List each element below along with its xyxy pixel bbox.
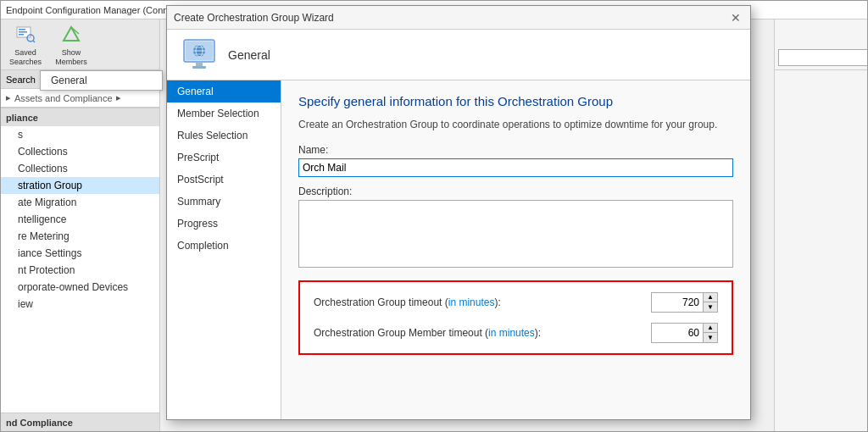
breadcrumb-arrow: ▸	[6, 92, 11, 103]
timeout2-value[interactable]	[652, 324, 703, 342]
wizard-nav: General Member Selection Rules Selection…	[167, 80, 281, 419]
sidebar-item-view[interactable]: iew	[1, 296, 159, 313]
wizard-title-bar: Create Orchestration Group Wizard ✕	[167, 6, 750, 30]
bottom-section-label: nd Compliance	[6, 418, 73, 428]
show-members-icon	[59, 23, 83, 47]
svg-rect-1	[19, 29, 25, 30]
wizard-body: General Member Selection Rules Selection…	[167, 80, 750, 419]
dropdown-item-search[interactable]: General	[41, 71, 162, 90]
timeout-section: Orchestration Group timeout (in minutes)…	[298, 280, 733, 355]
svg-rect-2	[19, 31, 27, 33]
wizard-nav-postscript[interactable]: PostScript	[167, 169, 281, 191]
sidebar-item-settings[interactable]: iance Settings	[1, 245, 159, 262]
sidebar-item-metering[interactable]: re Metering	[1, 228, 159, 245]
saved-searches-label: Saved Searches	[6, 48, 45, 67]
description-label: Description:	[298, 186, 733, 197]
app-title: Endpoint Configuration Manager (Connec..…	[6, 5, 186, 15]
saved-searches-button[interactable]: Saved Searches	[4, 19, 47, 69]
timeout-row-1: Orchestration Group timeout (in minutes)…	[314, 292, 718, 313]
timeout1-value[interactable]	[652, 293, 703, 312]
wizard-nav-prescript[interactable]: PreScript	[167, 147, 281, 169]
timeout1-up-button[interactable]: ▲	[704, 293, 717, 302]
name-input[interactable]	[298, 158, 733, 177]
sidebar-item-collections2[interactable]: Collections	[1, 160, 159, 177]
sidebar-item-protection[interactable]: nt Protection	[1, 262, 159, 279]
wizard-nav-summary[interactable]: Summary	[167, 191, 281, 213]
timeout1-label: Orchestration Group timeout (in minutes)…	[314, 296, 651, 308]
svg-marker-6	[64, 27, 79, 41]
wizard-nav-completion[interactable]: Completion	[167, 235, 281, 257]
wizard-description: Create an Orchestration Group to coordin…	[298, 119, 733, 130]
wizard-header-icon	[181, 36, 218, 74]
sidebar-item-collections1[interactable]: Collections	[1, 143, 159, 160]
svg-rect-3	[19, 34, 24, 36]
right-search-input[interactable]	[778, 49, 867, 66]
name-form-group: Name:	[298, 144, 733, 177]
timeout2-spinner-buttons: ▲ ▼	[703, 324, 717, 342]
search-label: Search	[6, 75, 36, 85]
timeout1-spinner: ▲ ▼	[651, 292, 718, 313]
timeout2-spinner: ▲ ▼	[651, 323, 718, 343]
sidebar-tree: s Collections Collections stration Group…	[1, 126, 159, 413]
sidebar-item-migration[interactable]: ate Migration	[1, 194, 159, 211]
svg-rect-10	[196, 62, 203, 66]
svg-line-5	[33, 41, 35, 42]
right-search-bar: ✕ 🔍	[775, 19, 867, 70]
wizard-content-title: Specify general information for this Orc…	[298, 94, 733, 108]
timeout2-link[interactable]: in minutes	[488, 327, 535, 339]
name-label: Name:	[298, 144, 733, 156]
sidebar-item-intelligence[interactable]: ntelligence	[1, 211, 159, 228]
timeout1-link[interactable]: in minutes	[448, 296, 495, 308]
timeout-row-2: Orchestration Group Member timeout (in m…	[314, 323, 718, 343]
wizard-dialog: Create Orchestration Group Wizard ✕	[166, 5, 751, 420]
timeout2-up-button[interactable]: ▲	[704, 324, 717, 333]
timeout2-label: Orchestration Group Member timeout (in m…	[314, 327, 651, 339]
description-form-group: Description:	[298, 186, 733, 270]
sidebar-section-header: pliance	[1, 108, 159, 126]
sidebar-item-orchestration-group[interactable]: stration Group	[1, 177, 159, 194]
wizard-header: General	[167, 30, 750, 80]
section-label: pliance	[6, 113, 38, 123]
svg-rect-11	[192, 66, 206, 69]
app-window: Endpoint Configuration Manager (Connec..…	[0, 0, 868, 432]
sidebar-breadcrumb: ▸ Assets and Compliance ▸	[1, 89, 159, 108]
wizard-nav-progress[interactable]: Progress	[167, 213, 281, 235]
wizard-nav-general[interactable]: General	[167, 80, 281, 102]
sidebar-item-s[interactable]: s	[1, 126, 159, 143]
wizard-close-button[interactable]: ✕	[728, 10, 743, 25]
saved-searches-icon	[14, 23, 37, 47]
breadcrumb-arrow2: ▸	[116, 92, 121, 103]
saved-searches-dropdown: General	[40, 70, 163, 91]
right-panel: ✕ 🔍	[774, 19, 867, 431]
sidebar-bottom-section: nd Compliance	[1, 413, 159, 431]
description-textarea[interactable]	[298, 200, 733, 268]
show-members-label: Show Members	[52, 48, 91, 67]
timeout2-down-button[interactable]: ▼	[704, 333, 717, 342]
sidebar-item-devices[interactable]: orporate-owned Devices	[1, 279, 159, 296]
wizard-title: Create Orchestration Group Wizard	[174, 12, 334, 24]
wizard-nav-member-selection[interactable]: Member Selection	[167, 102, 281, 125]
sidebar-toolbar: Saved Searches Show Members	[1, 19, 159, 70]
breadcrumb-text: Assets and Compliance	[14, 93, 113, 103]
show-members-button[interactable]: Show Members	[50, 19, 92, 69]
timeout1-spinner-buttons: ▲ ▼	[703, 293, 717, 312]
timeout1-down-button[interactable]: ▼	[704, 302, 717, 312]
wizard-nav-rules-selection[interactable]: Rules Selection	[167, 125, 281, 147]
wizard-content: Specify general information for this Orc…	[281, 80, 750, 419]
wizard-header-title: General	[228, 48, 270, 62]
